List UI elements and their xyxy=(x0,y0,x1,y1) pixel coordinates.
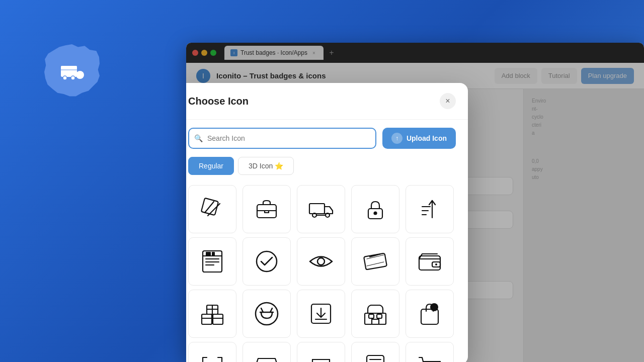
svg-point-28 xyxy=(256,303,278,325)
tab-3d-label: 3D Icon ⭐ xyxy=(249,162,283,170)
svg-rect-32 xyxy=(377,314,382,318)
tab-3d[interactable]: 3D Icon ⭐ xyxy=(238,157,294,175)
svg-rect-26 xyxy=(213,314,223,324)
upload-label: Upload Icon xyxy=(407,134,447,142)
search-input[interactable] xyxy=(188,128,376,149)
tab-regular-label: Regular xyxy=(199,162,223,170)
svg-rect-25 xyxy=(202,314,212,324)
modal-title: Choose Icon xyxy=(188,96,249,107)
browser-window: I Trust badges · Icon/Apps × + I Iconito… xyxy=(186,43,644,362)
ticket-icon[interactable] xyxy=(351,237,399,286)
search-icon: 🔍 xyxy=(194,134,203,142)
icons-grid: + xyxy=(186,181,468,362)
desktop-badge xyxy=(44,44,100,100)
modal-search-row: 🔍 ↑ Upload Icon xyxy=(186,120,468,157)
svg-rect-4 xyxy=(77,73,83,77)
svg-rect-1 xyxy=(61,66,77,70)
shopping-bag-icon[interactable]: + xyxy=(406,290,454,338)
choose-icon-modal: Choose Icon × 🔍 ↑ Upload Icon R xyxy=(186,83,468,362)
eye-icon[interactable] xyxy=(297,237,345,286)
lock-icon[interactable] xyxy=(351,185,399,233)
svg-rect-11 xyxy=(309,204,325,214)
upload-icon-button[interactable]: ↑ Upload Icon xyxy=(382,128,456,149)
modal-close-button[interactable]: × xyxy=(440,93,456,109)
cart-down-icon[interactable] xyxy=(406,342,454,362)
svg-rect-33 xyxy=(421,309,438,324)
upload-arrow-icon: ↑ xyxy=(391,133,403,144)
svg-rect-18 xyxy=(212,252,215,256)
badge-icon xyxy=(44,44,100,100)
briefcase-icon[interactable] xyxy=(243,185,291,233)
sort-list-icon[interactable] xyxy=(406,185,454,233)
modal-close-icon: × xyxy=(445,97,450,106)
svg-text:+: + xyxy=(433,305,436,310)
svg-point-19 xyxy=(257,251,277,272)
label-tag-icon[interactable] xyxy=(188,185,236,233)
svg-rect-17 xyxy=(206,252,211,256)
modal-tabs: Regular 3D Icon ⭐ xyxy=(186,157,468,181)
svg-point-24 xyxy=(435,263,437,265)
svg-point-20 xyxy=(317,258,325,265)
svg-rect-40 xyxy=(367,355,384,362)
modal-overlay: Choose Icon × 🔍 ↑ Upload Icon R xyxy=(186,43,644,362)
wallet-icon[interactable] xyxy=(406,237,454,286)
checkmark-circle-icon[interactable] xyxy=(243,237,291,286)
delivery-truck-icon[interactable] xyxy=(297,185,345,233)
svg-point-15 xyxy=(374,212,377,215)
search-wrapper: 🔍 xyxy=(188,128,376,149)
storefront-icon[interactable] xyxy=(297,342,345,362)
download-box-icon[interactable] xyxy=(297,290,345,338)
svg-rect-22 xyxy=(419,256,440,270)
store-icon[interactable] xyxy=(243,342,291,362)
tab-regular[interactable]: Regular xyxy=(188,157,234,175)
modal-header: Choose Icon × xyxy=(186,83,468,120)
document-icon[interactable] xyxy=(188,237,236,286)
packages-icon[interactable] xyxy=(188,290,236,338)
shop-icon[interactable] xyxy=(351,290,399,338)
basket-circle-icon[interactable] xyxy=(243,290,291,338)
svg-point-6 xyxy=(71,76,75,80)
scan-icon[interactable] xyxy=(188,342,236,362)
svg-rect-31 xyxy=(369,314,374,318)
svg-point-5 xyxy=(63,76,67,80)
pos-icon[interactable] xyxy=(351,342,399,362)
